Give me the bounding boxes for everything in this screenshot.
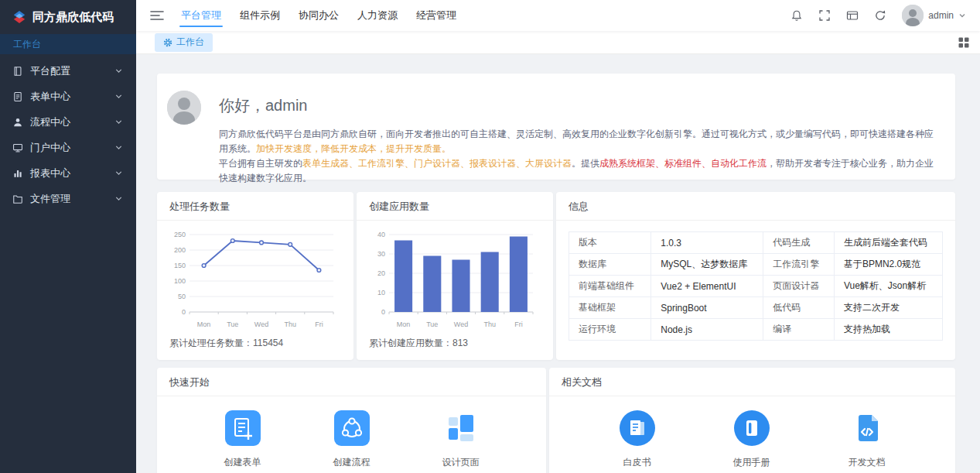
process-center-icon [12,117,23,128]
sidebar-menu: 平台配置表单中心流程中心门户中心报表中心文件管理 [0,54,136,211]
svg-text:Thu: Thu [483,320,496,328]
grid-icon[interactable] [958,37,969,48]
bell-icon[interactable] [790,9,803,22]
sidebar-item-0[interactable]: 平台配置 [0,58,136,84]
info-table: 版本1.0.3代码生成生成前后端全套代码数据库MySQL、达梦数据库工作流引擎基… [569,231,943,341]
chevron-down-icon [114,67,124,76]
tasks-line-chart: 050100150200250MonTueWedThuFri [168,227,340,332]
bottom-row: 快速开始 创建表单创建流程设计页面 相关文档 白皮书使用手册开发文档 [157,368,955,473]
sidebar-active-workbench[interactable]: 工作台 [0,34,136,54]
chevron-down-icon [114,118,124,127]
tasks-chart-card: 处理任务数量 050100150200250MonTueWedThuFri 累计… [157,192,353,360]
nav-tab-0[interactable]: 平台管理 [179,0,223,31]
info-label: 编译 [763,319,835,341]
quick-start-item-1[interactable]: 创建流程 [333,410,370,469]
info-table-wrap: 版本1.0.3代码生成生成前后端全套代码数据库MySQL、达梦数据库工作流引擎基… [556,221,955,351]
manual-icon [734,410,770,446]
svg-text:Fri: Fri [514,320,523,328]
info-value: MySQL、达梦数据库 [651,254,763,276]
platform-config-icon [12,66,23,77]
svg-text:20: 20 [377,269,385,277]
content: 你好，admin 同方鼎欣低代码平台是由同方鼎欣自研，面向开发者推出的可自主搭建… [136,54,980,473]
hamburger-icon[interactable] [150,9,164,22]
sidebar-item-label: 平台配置 [30,64,114,78]
apps-total-label: 累计创建应用数量：813 [357,335,553,351]
doc-item-label: 使用手册 [733,456,770,469]
svg-text:10: 10 [377,289,385,296]
info-value: Vue2 + ElementUI [651,276,763,297]
info-label: 前端基础组件 [569,276,651,297]
doc-item-label: 开发文档 [849,456,886,469]
chevron-down-icon [114,92,124,101]
info-row: 前端基础组件Vue2 + ElementUI页面设计器Vue解析、Json解析 [569,276,943,297]
svg-text:Wed: Wed [454,320,468,328]
sidebar-item-2[interactable]: 流程中心 [0,109,136,135]
svg-text:Tue: Tue [227,320,238,328]
welcome-body: 你好，admin 同方鼎欣低代码平台是由同方鼎欣自研，面向开发者推出的可自主搭建… [219,89,940,186]
tab-workbench[interactable]: 工作台 [155,33,213,52]
dev-doc-icon [849,410,885,446]
doc-item-2[interactable]: 开发文档 [849,410,886,469]
stats-row: 处理任务数量 050100150200250MonTueWedThuFri 累计… [157,192,955,360]
quick-start-item-label: 创建流程 [333,456,370,469]
welcome-description: 同方鼎欣低代码平台是由同方鼎欣自研，面向开发者推出的可自主搭建、灵活定制、高效复… [219,127,940,186]
user-menu[interactable]: admin [902,5,966,26]
docs-title: 相关文档 [549,368,955,396]
svg-text:40: 40 [377,231,385,238]
fullscreen-icon[interactable] [818,9,831,22]
workbench-label: 工作台 [13,38,41,51]
doc-item-1[interactable]: 使用手册 [733,410,770,469]
docs-card: 相关文档 白皮书使用手册开发文档 [549,368,955,473]
sidebar-item-4[interactable]: 报表中心 [0,160,136,186]
nav-tabs: 平台管理组件示例协同办公人力资源经营管理 [179,0,458,31]
logo-text: 同方鼎欣低代码 [32,10,114,25]
info-label: 工作流引擎 [763,254,835,276]
nav-tab-3[interactable]: 人力资源 [356,0,399,31]
welcome-avatar [167,91,201,125]
info-row: 基础框架SpringBoot低代码支持二次开发 [569,297,943,319]
svg-text:250: 250 [174,231,186,238]
chevron-down-icon [114,169,124,178]
doc-item-0[interactable]: 白皮书 [620,410,655,469]
info-label: 运行环境 [569,319,651,341]
sidebar-item-label: 报表中心 [30,166,114,180]
top-navbar: 平台管理组件示例协同办公人力资源经营管理 ad [136,0,980,31]
quick-start-title: 快速开始 [157,368,546,396]
quick-start-card: 快速开始 创建表单创建流程设计页面 [157,368,546,473]
svg-text:Thu: Thu [284,320,296,328]
svg-text:200: 200 [174,246,186,254]
info-label: 低代码 [763,297,835,319]
info-value: Vue解析、Json解析 [834,276,942,297]
layout-icon[interactable] [846,9,859,22]
report-center-icon [12,168,23,179]
quick-start-item-2[interactable]: 设计页面 [442,410,480,469]
tasks-total-label: 累计处理任务数量：115454 [157,335,353,351]
quick-start-item-0[interactable]: 创建表单 [224,410,261,469]
sidebar-item-5[interactable]: 文件管理 [0,186,136,211]
gear-icon [163,38,172,47]
apps-chart-title: 创建应用数量 [357,192,553,221]
info-value: 生成前后端全套代码 [834,232,942,254]
sidebar-item-3[interactable]: 门户中心 [0,135,136,160]
info-value: SpringBoot [651,297,763,319]
refresh-icon[interactable] [874,9,886,22]
sidebar-item-1[interactable]: 表单中心 [0,84,136,109]
info-value: 基于BPMN2.0规范 [834,254,942,276]
welcome-line2: 平台拥有自主研发的表单生成器、工作流引擎、门户设计器、报表设计器、大屏设计器。提… [219,156,940,186]
info-card: 信息 版本1.0.3代码生成生成前后端全套代码数据库MySQL、达梦数据库工作流… [556,192,955,360]
username-label: admin [928,10,954,21]
svg-text:100: 100 [174,277,186,285]
sidebar-item-label: 门户中心 [30,141,114,155]
apps-chart: 010203040MonTueWedThuFri [357,221,553,335]
nav-tab-2[interactable]: 协同办公 [297,0,340,31]
app-logo[interactable]: 同方鼎欣低代码 [0,0,136,34]
nav-tab-1[interactable]: 组件示例 [238,0,282,31]
greeting: 你好，admin [219,95,940,116]
nav-tab-4[interactable]: 经营管理 [415,0,458,31]
tab-workbench-label: 工作台 [176,36,204,49]
avatar [902,5,924,26]
quick-start-item-label: 创建表单 [224,456,261,469]
quick-start-items: 创建表单创建流程设计页面 [157,396,546,469]
tags-view-bar: 工作台 [136,31,980,54]
svg-text:Tue: Tue [426,320,438,328]
